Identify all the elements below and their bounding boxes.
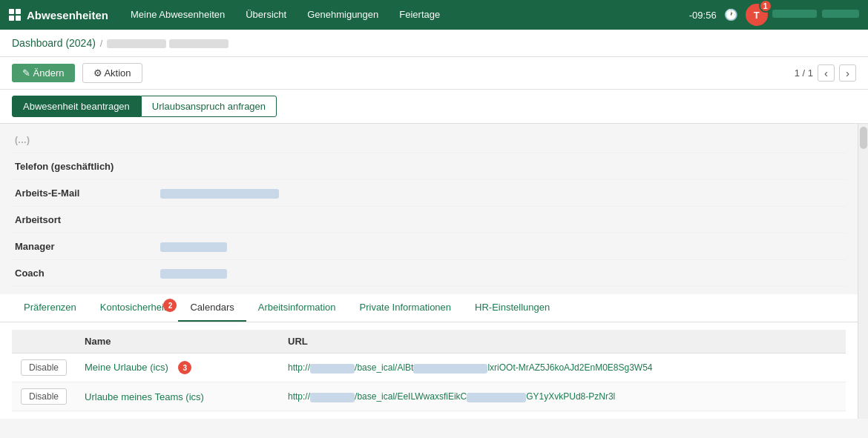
breadcrumb-main[interactable]: Dashboard (2024) — [12, 37, 96, 49]
form-label-coach: Coach — [12, 268, 160, 279]
form-label-location: Arbeitsort — [12, 214, 160, 225]
table-section: Name URL Disable Meine Urlaube (ics) 3 — [0, 322, 858, 419]
request-absence-button[interactable]: Abwesenheit beantragen — [12, 96, 141, 117]
nav-feiertage[interactable]: Feiertage — [389, 0, 450, 30]
nav-links: Meine Abwesenheiten Übersicht Genehmigun… — [120, 0, 677, 30]
tab-calendars[interactable]: Calendars — [178, 294, 246, 322]
breadcrumb-bar: Dashboard (2024) / — [0, 30, 868, 57]
brand-logo[interactable]: Abwesenheiten — [9, 9, 108, 21]
form-label-partial: (…) — [12, 135, 160, 145]
form-row-phone: Telefon (geschäftlich) — [12, 153, 846, 180]
clock-icon: 🕐 — [724, 8, 738, 21]
nav-right: -09:56 🕐 T 1 — [689, 4, 859, 26]
content-wrapper: (…) Telefon (geschäftlich) Arbeits-E-Mai… — [0, 124, 868, 419]
calendar-name-2: Urlaube meines Teams (ics) — [85, 391, 204, 402]
user-name-blurred — [772, 10, 859, 20]
grid-icon — [9, 9, 21, 21]
calendar-name-1: Meine Urlaube (ics) — [85, 362, 168, 373]
breadcrumb-separator: / — [100, 38, 103, 49]
form-row-partial: (…) — [12, 127, 846, 153]
nav-ubersicht[interactable]: Übersicht — [235, 0, 297, 30]
form-section: (…) Telefon (geschäftlich) Arbeits-E-Mai… — [0, 124, 858, 294]
form-value-coach — [160, 268, 846, 279]
pagination-next[interactable]: › — [839, 64, 856, 82]
col-header-action — [12, 330, 76, 354]
form-row-location: Arbeitsort — [12, 207, 846, 233]
table-cell-disable-1: Disable — [12, 354, 76, 382]
col-header-name: Name — [76, 330, 279, 354]
form-row-coach: Coach — [12, 260, 846, 287]
tab-kontosicherheit[interactable]: Kontosicherheit 2 — [88, 294, 179, 322]
action-buttons-bar: Abwesenheit beantragen Urlaubsanspruch a… — [0, 90, 868, 124]
nav-meine-abwesenheiten[interactable]: Meine Abwesenheiten — [120, 0, 235, 30]
tab-private-informationen[interactable]: Private Informationen — [348, 294, 464, 322]
disable-button-1[interactable]: Disable — [21, 359, 67, 376]
form-row-manager: Manager — [12, 233, 846, 260]
scroll-thumb[interactable] — [860, 127, 867, 149]
email-value-blur — [160, 189, 279, 199]
table-cell-url-1: http:///base_ical/AlBtlxriOOt-MrAZ5J6koA… — [279, 354, 846, 382]
table-cell-disable-2: Disable — [12, 382, 76, 411]
calendars-table: Name URL Disable Meine Urlaube (ics) 3 — [12, 330, 846, 411]
user-avatar[interactable]: T 1 — [746, 4, 768, 26]
row-badge-3: 3 — [178, 361, 191, 374]
table-row: Disable Meine Urlaube (ics) 3 http:///ba… — [12, 354, 846, 382]
form-label-phone: Telefon (geschäftlich) — [12, 161, 160, 172]
pagination: 1 / 1 ‹ › — [795, 64, 856, 82]
url-text-1: http:///base_ical/AlBtlxriOOt-MrAZ5J6koA… — [288, 362, 653, 373]
table-row: Disable Urlaube meines Teams (ics) http:… — [12, 382, 846, 411]
table-cell-url-2: http:///base_ical/EeILWwaxsfiEikCGY1yXvk… — [279, 382, 846, 411]
form-label-email: Arbeits-E-Mail — [12, 188, 160, 199]
time-display: -09:56 — [689, 10, 717, 21]
pagination-text: 1 / 1 — [795, 67, 813, 79]
disable-button-2[interactable]: Disable — [21, 388, 67, 405]
form-row-email: Arbeits-E-Mail — [12, 180, 846, 207]
top-navigation: Abwesenheiten Meine Abwesenheiten Übersi… — [0, 0, 868, 30]
form-value-manager — [160, 241, 846, 252]
tab-praferenzen[interactable]: Präferenzen — [12, 294, 88, 322]
coach-value-blur — [160, 269, 227, 279]
pagination-prev[interactable]: ‹ — [818, 64, 835, 82]
table-cell-name-1: Meine Urlaube (ics) 3 — [76, 354, 279, 382]
breadcrumb-sub — [107, 38, 228, 49]
tab-badge-2: 2 — [163, 299, 177, 312]
notification-badge: 1 — [759, 0, 772, 13]
tabs-bar: Präferenzen Kontosicherheit 2 Calendars … — [0, 294, 858, 322]
scroll-track[interactable] — [858, 124, 868, 419]
request-vacation-button[interactable]: Urlaubsanspruch anfragen — [141, 96, 277, 117]
table-cell-name-2: Urlaube meines Teams (ics) — [76, 382, 279, 411]
col-header-url: URL — [279, 330, 846, 354]
form-value-email — [160, 188, 846, 199]
tab-arbeitsinformation[interactable]: Arbeitsinformation — [246, 294, 348, 322]
url-text-2: http:///base_ical/EeILWwaxsfiEikCGY1yXvk… — [288, 391, 615, 402]
brand-title: Abwesenheiten — [27, 9, 108, 21]
content-area: (…) Telefon (geschäftlich) Arbeits-E-Mai… — [0, 124, 858, 419]
tab-hr-einstellungen[interactable]: HR-Einstellungen — [463, 294, 562, 322]
action-button[interactable]: ⚙ Aktion — [82, 63, 142, 83]
nav-genehmigungen[interactable]: Genehmigungen — [297, 0, 389, 30]
edit-button[interactable]: ✎ Ändern — [12, 64, 75, 82]
manager-value-blur — [160, 242, 227, 252]
toolbar: ✎ Ändern ⚙ Aktion 1 / 1 ‹ › — [0, 57, 868, 90]
form-label-manager: Manager — [12, 241, 160, 252]
